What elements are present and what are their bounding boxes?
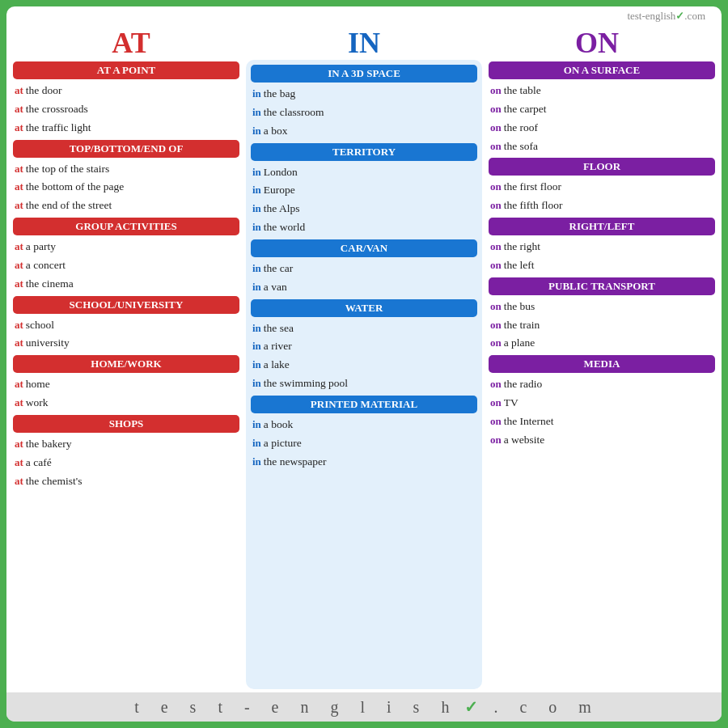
item-text: the bakery bbox=[26, 436, 72, 452]
title-section: test-english✓.com bbox=[6, 6, 722, 24]
item-text: a café bbox=[26, 455, 52, 471]
item-text: Europe bbox=[264, 182, 295, 198]
list-item: ina book bbox=[251, 417, 477, 433]
list-item: ata café bbox=[13, 455, 239, 471]
preposition: in bbox=[252, 280, 261, 295]
list-item: atthe crossroads bbox=[13, 101, 239, 117]
item-text: the bus bbox=[504, 298, 535, 315]
preposition: at bbox=[15, 102, 23, 117]
list-item: ona plane bbox=[489, 335, 715, 351]
list-item: inLondon bbox=[251, 164, 477, 180]
website-subtitle: test-english✓.com bbox=[15, 10, 713, 23]
preposition: at bbox=[15, 396, 23, 411]
section-header: CAR/VAN bbox=[251, 239, 477, 257]
item-text: the traffic light bbox=[26, 120, 91, 136]
list-item: atschool bbox=[13, 317, 239, 333]
preposition: on bbox=[490, 239, 502, 255]
item-text: the bottom of the page bbox=[26, 179, 124, 195]
preposition: in bbox=[252, 165, 261, 180]
section-header: TOP/BOTTOM/END OF bbox=[13, 140, 239, 158]
columns-header: AT IN ON bbox=[6, 26, 722, 60]
item-text: home bbox=[26, 376, 50, 392]
list-item: atthe end of the street bbox=[13, 197, 239, 214]
preposition: on bbox=[490, 396, 502, 411]
item-text: the roof bbox=[504, 120, 538, 136]
list-item: inthe bag bbox=[251, 86, 477, 102]
list-item: ata party bbox=[13, 239, 239, 255]
on-column: ON A SURFACEonthe tableonthe carpetonthe… bbox=[489, 60, 715, 689]
item-text: work bbox=[26, 395, 49, 411]
columns-body: AT A POINTatthe dooratthe crossroadsatth… bbox=[6, 60, 722, 692]
in-column: IN A 3D SPACEinthe baginthe classroomina… bbox=[246, 60, 482, 689]
item-text: a lake bbox=[264, 357, 290, 373]
preposition: in bbox=[252, 321, 261, 336]
preposition: at bbox=[15, 121, 23, 136]
section-header: FLOOR bbox=[489, 158, 715, 176]
list-item: atthe bottom of the page bbox=[13, 179, 239, 195]
section-header: PUBLIC TRANSPORT bbox=[489, 277, 715, 295]
list-item: onthe roof bbox=[489, 120, 715, 136]
item-text: a van bbox=[264, 279, 287, 295]
page-container: test-english✓.com AT IN ON AT A POINTatt… bbox=[0, 0, 728, 728]
preposition: in bbox=[252, 220, 261, 235]
item-text: a book bbox=[264, 417, 293, 433]
list-item: atwork bbox=[13, 395, 239, 411]
preposition: on bbox=[490, 414, 502, 430]
list-item: ata concert bbox=[13, 257, 239, 273]
preposition: on bbox=[490, 102, 502, 117]
preposition: on bbox=[490, 433, 502, 448]
section-header: GROUP ACTIVITIES bbox=[13, 218, 239, 235]
list-item: atthe door bbox=[13, 83, 239, 99]
preposition: at bbox=[15, 198, 23, 214]
preposition: on bbox=[490, 180, 502, 195]
preposition: on bbox=[490, 198, 502, 214]
preposition: at bbox=[15, 239, 23, 255]
preposition: on bbox=[490, 83, 502, 99]
preposition: on bbox=[490, 318, 502, 333]
item-text: the top of the stairs bbox=[26, 161, 109, 177]
preposition: in bbox=[252, 376, 261, 392]
section-header: RIGHT/LEFT bbox=[489, 218, 715, 235]
item-text: the crossroads bbox=[26, 101, 88, 117]
item-text: a river bbox=[264, 338, 292, 354]
item-text: the bag bbox=[264, 86, 295, 102]
list-item: onthe first floor bbox=[489, 179, 715, 195]
item-text: a concert bbox=[26, 257, 66, 273]
item-text: the left bbox=[504, 257, 535, 273]
item-text: the cinema bbox=[26, 276, 74, 292]
list-item: onthe table bbox=[489, 83, 715, 99]
list-item: inthe sea bbox=[251, 320, 477, 336]
item-text: the train bbox=[504, 317, 540, 333]
preposition: in bbox=[252, 358, 261, 373]
preposition: at bbox=[15, 83, 23, 99]
preposition: on bbox=[490, 258, 502, 273]
preposition: at bbox=[15, 336, 23, 351]
list-item: onthe left bbox=[489, 257, 715, 273]
item-text: the door bbox=[26, 83, 62, 99]
list-item: onthe carpet bbox=[489, 101, 715, 117]
preposition: at bbox=[15, 162, 23, 177]
section-header: PRINTED MATERIAL bbox=[251, 396, 477, 413]
item-text: the first floor bbox=[504, 179, 561, 195]
item-text: university bbox=[26, 335, 70, 351]
item-text: TV bbox=[504, 395, 518, 411]
list-item: onTV bbox=[489, 395, 715, 411]
in-header: IN bbox=[248, 26, 480, 60]
section-header: SCHOOL/UNIVERSITY bbox=[13, 296, 239, 314]
preposition: in bbox=[252, 87, 261, 102]
preposition: in bbox=[252, 417, 261, 433]
item-text: the fifth floor bbox=[504, 197, 563, 214]
list-item: ina van bbox=[251, 279, 477, 295]
list-item: atthe traffic light bbox=[13, 120, 239, 136]
preposition: in bbox=[252, 339, 261, 354]
preposition: at bbox=[15, 180, 23, 195]
item-text: London bbox=[264, 164, 298, 180]
list-item: onthe sofa bbox=[489, 138, 715, 154]
item-text: the Internet bbox=[504, 413, 554, 430]
preposition: on bbox=[490, 139, 502, 154]
list-item: inEurope bbox=[251, 182, 477, 198]
preposition: in bbox=[252, 455, 261, 470]
at-header: AT bbox=[15, 26, 248, 60]
list-item: atuniversity bbox=[13, 335, 239, 351]
item-text: the table bbox=[504, 83, 541, 99]
